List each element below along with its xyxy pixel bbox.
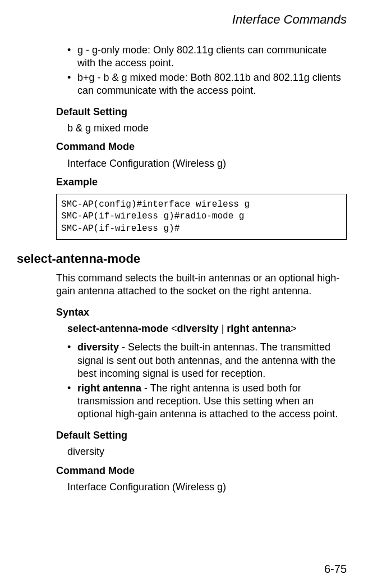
default-setting-label: Default Setting [56, 429, 347, 442]
list-item: right antenna - The right antenna is use… [67, 382, 347, 421]
default-setting-value: diversity [67, 445, 347, 458]
syntax-gt: > [291, 323, 297, 334]
page: Interface Commands g - g-only mode: Only… [0, 0, 368, 588]
syntax-command: select-antenna-mode [67, 323, 168, 334]
list-item: g - g-only mode: Only 802.11g clients ca… [67, 44, 347, 70]
option-term: right antenna [77, 382, 141, 394]
running-header: Interface Commands [17, 12, 347, 27]
list-item: b+g - b & g mixed mode: Both 802.11b and… [67, 71, 347, 98]
syntax-pipe: | [219, 323, 227, 334]
default-setting-value: b & g mixed mode [67, 122, 347, 135]
body-content: g - g-only mode: Only 802.11g clients ca… [17, 44, 347, 494]
syntax-line: select-antenna-mode <diversity | right a… [67, 322, 347, 335]
syntax-option-diversity: diversity [177, 323, 219, 334]
command-mode-value: Interface Configuration (Wireless g) [67, 157, 347, 170]
command-heading: select-antenna-mode [17, 251, 347, 267]
page-number: 6-75 [324, 563, 347, 576]
command-mode-label: Command Mode [56, 464, 347, 477]
example-label: Example [56, 176, 347, 189]
syntax-lt: < [171, 323, 177, 334]
list-item: diversity - Selects the built-in antenna… [67, 341, 347, 380]
syntax-label: Syntax [56, 306, 347, 319]
mode-bullet-list: g - g-only mode: Only 802.11g clients ca… [17, 44, 347, 98]
command-mode-value: Interface Configuration (Wireless g) [67, 481, 347, 494]
command-description: This command selects the built-in antenn… [56, 272, 347, 298]
bullet-text: g - g-only mode: Only 802.11g clients ca… [77, 44, 326, 69]
default-setting-label: Default Setting [56, 106, 347, 118]
option-bullet-list: diversity - Selects the built-in antenna… [17, 341, 347, 421]
example-code-block: SMC-AP(config)#interface wireless g SMC-… [56, 194, 347, 240]
option-term: diversity [77, 341, 119, 353]
syntax-option-right-antenna: right antenna [227, 323, 291, 334]
command-mode-label: Command Mode [56, 140, 347, 153]
bullet-text: b+g - b & g mixed mode: Both 802.11b and… [77, 72, 341, 96]
